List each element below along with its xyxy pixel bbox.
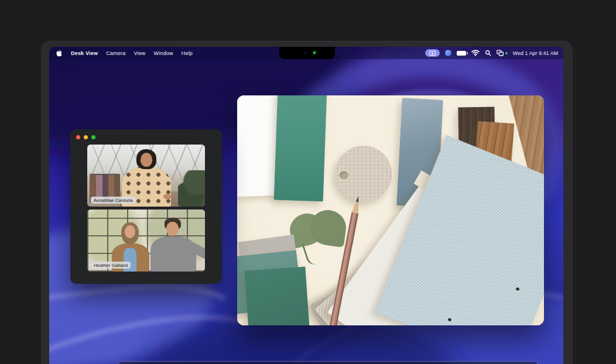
camera-indicator-light [313,51,316,54]
desk-view-active-icon[interactable] [425,49,440,57]
teal-tile-sample [274,95,327,201]
menu-item-window[interactable]: Window [154,50,173,56]
participant-video-tile: Heather Galland [87,210,205,272]
macbook-bezel: Desk View Camera View Window Help [41,41,573,364]
participant-figure [148,218,199,272]
gray-tshirt [150,236,196,272]
zoom-button[interactable] [91,135,95,139]
magnifier-glyph [485,50,491,56]
participant-name-badge: Heather Galland [91,262,131,269]
swatch-hole [447,318,451,322]
screen-person-icon [429,51,436,56]
hand [163,194,172,200]
camera-in-use-dot [505,52,508,54]
macbook-screen: Desk View Camera View Window Help [49,47,563,364]
swatch-hole [515,287,519,291]
battery-level [457,51,466,56]
minimize-button[interactable] [84,135,88,139]
background-window-edge[interactable] [117,361,539,364]
menu-item-help[interactable]: Help [182,50,193,56]
felt-disc-hole [340,171,348,179]
wifi-glyph [471,50,480,56]
video-app-glyph [445,50,451,56]
call-window-titlebar[interactable] [70,129,222,145]
display-notch [279,47,335,59]
apple-menu[interactable] [56,49,63,57]
spotlight-search-icon[interactable] [485,49,491,57]
menu-item-view[interactable]: View [134,50,145,56]
face [141,153,152,167]
participant-video-tile: AnnaMae Cantoria [87,145,205,207]
teal-square-tile-sample [244,266,309,325]
ambient-sensor-dot [305,52,306,53]
control-center-icon[interactable] [497,49,508,57]
participant-name-badge: AnnaMae Cantoria [91,197,136,204]
video-call-window[interactable]: AnnaMae Cantoria Heather Galland [70,129,222,284]
face [125,225,135,238]
battery-icon[interactable] [457,49,466,57]
menu-bar-clock[interactable]: Wed 1 Apr 9:41 AM [513,50,558,56]
traffic-lights [76,135,95,139]
felt-disc-sample [336,146,392,202]
wifi-icon[interactable] [471,49,480,57]
close-button[interactable] [76,135,80,139]
screens-glyph [497,50,504,56]
video-app-icon[interactable] [445,49,451,57]
plants [178,170,205,207]
face [166,222,179,236]
menu-item-desk-view[interactable]: Desk View [71,50,98,56]
menu-item-camera[interactable]: Camera [106,50,125,56]
apple-icon [56,49,63,57]
desk-view-window[interactable] [237,95,544,325]
